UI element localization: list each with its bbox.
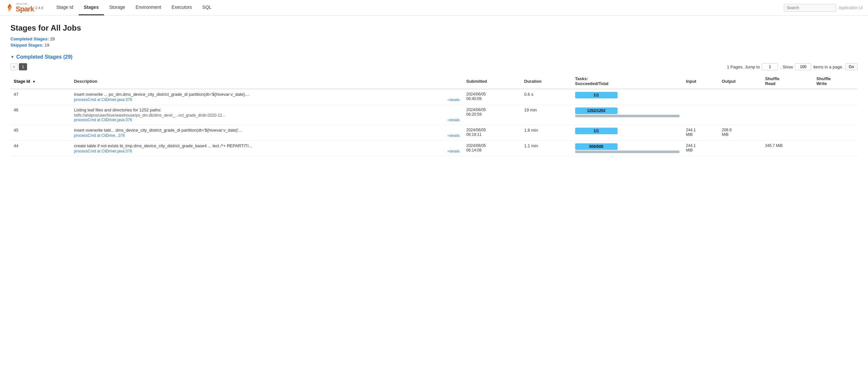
desc-code-link[interactable]: processCmd at CliDrive...376	[74, 133, 125, 138]
nav-link-jobs[interactable]: Stage Id	[51, 0, 79, 14]
skipped-count: 19	[45, 43, 49, 47]
details-link[interactable]: +details	[447, 149, 460, 153]
description-cell: create table if not exists bi_tmp.dms_de…	[71, 141, 463, 157]
details-link[interactable]: +details	[447, 118, 460, 122]
nav-link-storage[interactable]: Storage	[104, 0, 130, 14]
shuffle-read-cell	[762, 125, 813, 141]
th-shuffle-read: ShuffleRead	[762, 74, 813, 89]
nav-link-sql[interactable]: SQL	[197, 0, 217, 14]
submitted-cell: 2024/06/05 06:40:09	[463, 89, 521, 105]
submitted-cell: 2024/06/05 06:14:08	[463, 141, 521, 157]
description-cell: Listing leaf files and directories for 1…	[71, 105, 463, 125]
tasks-cell: 500/500	[572, 141, 683, 157]
table-row: 45insert overwrite tabl... dms_device_ci…	[10, 125, 858, 141]
stages-tbody: 47insert overwrite ... po_dm.dms_device_…	[10, 89, 858, 157]
details-link[interactable]: +details	[447, 98, 460, 102]
duration-cell: 0.6 s	[521, 89, 572, 105]
page-title: Stages for All Jobs	[10, 24, 858, 33]
table-row: 46Listing leaf files and directories for…	[10, 105, 858, 125]
completed-count: 29	[50, 36, 55, 41]
duration-cell: 1.8 min	[521, 125, 572, 141]
nav-item-stages[interactable]: Stages	[79, 0, 104, 15]
completed-section-header[interactable]: ▼ Completed Stages (29)	[10, 54, 858, 60]
page-1-button[interactable]: 1	[19, 63, 27, 70]
desc-code-link[interactable]: processCmd at CliDriver.java:376	[74, 117, 132, 122]
nav-links: Stage Id Stages Storage Environment Exec…	[51, 0, 217, 15]
nav-link-executors[interactable]: Executors	[166, 0, 197, 14]
shuffle-read-cell	[762, 105, 813, 125]
tasks-cell: 1252/1252	[572, 105, 683, 125]
th-description: Description	[71, 74, 463, 89]
collapse-arrow-icon: ▼	[10, 55, 14, 59]
description-cell: insert overwrite tabl... dms_device_city…	[71, 125, 463, 141]
desc-main-text: insert overwrite ... po_dm.dms_device_ci…	[74, 92, 302, 97]
table-row: 44create table if not exists bi_tmp.dms_…	[10, 141, 858, 157]
th-input: Input	[683, 74, 719, 89]
table-row: 47insert overwrite ... po_dm.dms_device_…	[10, 89, 858, 105]
go-button[interactable]: Go	[845, 63, 858, 70]
output-cell	[719, 89, 762, 105]
stage-id-cell: 45	[10, 125, 71, 141]
duration-cell: 19 min	[521, 105, 572, 125]
nav-item-jobs[interactable]: Stage Id	[51, 0, 79, 15]
pages-text: 1 Pages. Jump to	[727, 65, 760, 69]
show-label: . Show	[780, 65, 793, 69]
search-input[interactable]	[784, 4, 836, 12]
output-cell	[719, 105, 762, 125]
app-id-label: Application UI	[839, 5, 863, 10]
show-count-input[interactable]	[795, 63, 811, 70]
desc-main-text: Listing leaf files and directories for 1…	[74, 107, 302, 112]
input-cell: 244.1 MiB	[683, 141, 719, 157]
prev-page-button[interactable]: ‹	[10, 63, 18, 70]
nav-link-stages[interactable]: Stages	[79, 0, 104, 15]
shuffle-read-cell	[762, 89, 813, 105]
description-cell: insert overwrite ... po_dm.dms_device_ci…	[71, 89, 463, 105]
main-content: Stages for All Jobs Completed Stages: 29…	[0, 15, 868, 164]
nav-item-executors[interactable]: Executors	[166, 0, 197, 15]
skipped-label: Skipped Stages:	[10, 43, 43, 47]
items-text: items in a page.	[813, 65, 843, 69]
output-cell: 208.9 MiB	[719, 125, 762, 141]
task-extra-bar	[575, 115, 680, 117]
desc-code-link[interactable]: processCmd at CliDriver.java:376	[74, 149, 132, 154]
input-cell	[683, 105, 719, 125]
th-duration: Duration	[521, 74, 572, 89]
nav-item-storage[interactable]: Storage	[104, 0, 130, 15]
shuffle-write-cell	[813, 89, 858, 105]
details-link[interactable]: +details	[447, 134, 460, 137]
tasks-cell: 1/1	[572, 89, 683, 105]
th-shuffle-write: ShuffleWrite	[813, 74, 858, 89]
sort-arrow-icon: ▼	[32, 80, 35, 83]
stage-id-cell: 46	[10, 105, 71, 125]
desc-main-text: insert overwrite tabl... dms_device_city…	[74, 128, 302, 133]
task-bar-label: 1/1	[575, 92, 618, 98]
version-label: 2.4.6	[35, 6, 43, 10]
th-output: Output	[719, 74, 762, 89]
stages-table: Stage Id ▼ Description Submitted Duratio…	[10, 74, 858, 157]
logo-text: APACHE Spark	[16, 2, 34, 13]
output-cell	[719, 141, 762, 157]
spark-flame-icon	[5, 3, 14, 12]
desc-code-link[interactable]: processCmd at CliDriver.java:376	[74, 97, 132, 102]
logo-area: APACHE Spark 2.4.6	[5, 2, 43, 13]
navbar: APACHE Spark 2.4.6 Stage Id Stages Stora…	[0, 0, 868, 15]
table-header: Stage Id ▼ Description Submitted Duratio…	[10, 74, 858, 89]
jump-to-input[interactable]	[762, 63, 778, 70]
pagination-right: 1 Pages. Jump to . Show items in a page.…	[727, 63, 858, 70]
stage-id-cell: 47	[10, 89, 71, 105]
input-cell	[683, 89, 719, 105]
shuffle-read-cell: 345.7 MiB	[762, 141, 813, 157]
table-header-row: Stage Id ▼ Description Submitted Duratio…	[10, 74, 858, 89]
nav-right: Application UI	[784, 4, 863, 12]
nav-link-environment[interactable]: Environment	[130, 0, 166, 14]
th-stage-id[interactable]: Stage Id ▼	[10, 74, 71, 89]
task-extra-bar	[575, 150, 680, 153]
nav-item-environment[interactable]: Environment	[130, 0, 166, 15]
nav-item-sql[interactable]: SQL	[197, 0, 217, 15]
spark-label: Spark	[16, 5, 34, 13]
th-tasks: Tasks:Succeeded/Total	[572, 74, 683, 89]
shuffle-write-cell	[813, 105, 858, 125]
shuffle-write-cell	[813, 125, 858, 141]
input-cell: 244.1 MiB	[683, 125, 719, 141]
task-bar-label: 1/1	[575, 128, 618, 134]
